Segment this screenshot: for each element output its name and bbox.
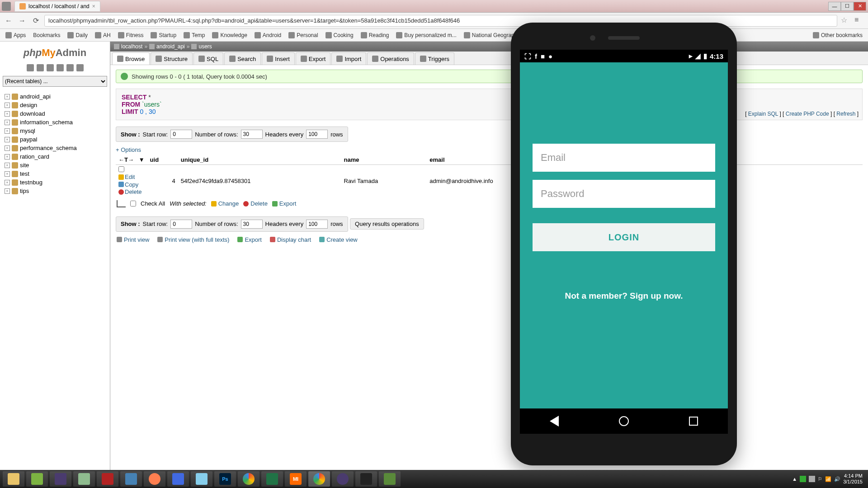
- print-view-link[interactable]: Print view: [117, 236, 149, 243]
- headers-input[interactable]: [306, 220, 328, 229]
- db-item[interactable]: +tips: [3, 187, 107, 195]
- check-all-label[interactable]: Check All: [141, 200, 165, 207]
- bookmark-item[interactable]: Cooking: [323, 31, 356, 39]
- start-row-input[interactable]: [170, 130, 192, 139]
- row-checkbox[interactable]: [118, 166, 124, 172]
- bookmark-item[interactable]: AH: [92, 31, 113, 39]
- task-cmd[interactable]: [355, 471, 377, 487]
- other-bookmarks[interactable]: Other bookmarks: [810, 31, 865, 39]
- menu-icon[interactable]: ≡: [854, 16, 864, 26]
- tray-icon[interactable]: [809, 476, 815, 482]
- forward-button[interactable]: →: [17, 16, 27, 26]
- refresh-link[interactable]: Refresh: [836, 111, 855, 117]
- tab-browse[interactable]: Browse: [112, 52, 150, 65]
- tray-volume-icon[interactable]: 🔊: [834, 476, 840, 482]
- tray-icon[interactable]: [800, 476, 806, 482]
- android-home-button[interactable]: [619, 416, 629, 426]
- db-item[interactable]: +design: [3, 101, 107, 109]
- login-button[interactable]: LOGIN: [533, 223, 715, 251]
- tab-sql[interactable]: SQL: [193, 52, 223, 65]
- tab-structure[interactable]: Structure: [151, 52, 193, 65]
- task-excel[interactable]: [261, 471, 283, 487]
- password-field[interactable]: Password: [533, 180, 715, 208]
- db-item[interactable]: +performance_schema: [3, 144, 107, 152]
- tab-insert[interactable]: Insert: [262, 52, 295, 65]
- reload-icon[interactable]: [76, 64, 84, 71]
- tab-operations[interactable]: Operations: [367, 52, 414, 65]
- bookmark-item[interactable]: Android: [252, 31, 284, 39]
- db-item[interactable]: +paypal: [3, 135, 107, 144]
- task-chrome-active[interactable]: [308, 471, 330, 487]
- db-item[interactable]: +site: [3, 161, 107, 169]
- db-item[interactable]: +ration_card: [3, 152, 107, 161]
- db-item[interactable]: +information_schema: [3, 118, 107, 127]
- task-chrome[interactable]: [238, 471, 259, 487]
- num-rows-input[interactable]: [241, 220, 263, 229]
- tray-clock[interactable]: 4:14 PM 3/1/2015: [843, 473, 865, 485]
- task-explorer[interactable]: [3, 471, 24, 487]
- tray-network-icon[interactable]: 📶: [825, 476, 831, 482]
- task-filezilla[interactable]: [97, 471, 118, 487]
- apps-button[interactable]: Apps: [3, 31, 28, 39]
- db-item[interactable]: +testnbug: [3, 178, 107, 187]
- display-chart-link[interactable]: Display chart: [270, 236, 311, 243]
- email-field[interactable]: Email: [533, 144, 715, 172]
- task-app[interactable]: [120, 471, 142, 487]
- bulk-export[interactable]: Export: [272, 200, 297, 207]
- task-photoshop[interactable]: Ps: [214, 471, 236, 487]
- create-view-link[interactable]: Create view: [319, 236, 358, 243]
- bc-db[interactable]: android_api: [156, 43, 185, 50]
- task-eclipse[interactable]: [50, 471, 71, 487]
- bookmark-item[interactable]: Reading: [358, 31, 392, 39]
- copy-link[interactable]: Copy: [118, 181, 138, 188]
- export-link[interactable]: Export: [237, 236, 262, 243]
- task-android[interactable]: [26, 471, 48, 487]
- bookmark-item[interactable]: Startup: [148, 31, 179, 39]
- browser-tab[interactable]: localhost / localhost / and ×: [14, 1, 100, 12]
- options-toggle[interactable]: + Options: [116, 146, 863, 153]
- create-php-link[interactable]: Create PHP Code: [786, 111, 829, 117]
- task-mi[interactable]: MI: [285, 471, 307, 487]
- bookmark-item[interactable]: Fitness: [115, 31, 146, 39]
- reload-button[interactable]: ⟳: [31, 16, 41, 26]
- tab-export[interactable]: Export: [296, 52, 331, 65]
- tab-search[interactable]: Search: [224, 52, 261, 65]
- tray-arrow-icon[interactable]: ▲: [792, 476, 797, 482]
- db-item[interactable]: +mysql: [3, 127, 107, 135]
- db-item[interactable]: +download: [3, 109, 107, 118]
- settings-icon[interactable]: [66, 64, 74, 71]
- close-button[interactable]: ✕: [854, 2, 866, 11]
- bulk-delete[interactable]: Delete: [243, 200, 268, 207]
- start-row-input[interactable]: [170, 220, 192, 229]
- bookmark-item[interactable]: Buy personalized m...: [393, 31, 459, 39]
- bc-host[interactable]: localhost: [121, 43, 142, 50]
- maximize-button[interactable]: ☐: [841, 2, 854, 11]
- task-eclipse2[interactable]: [332, 471, 354, 487]
- task-firefox[interactable]: [144, 471, 165, 487]
- tab-close-icon[interactable]: ×: [92, 3, 95, 9]
- sql-icon[interactable]: [47, 64, 54, 71]
- back-button[interactable]: ←: [4, 16, 14, 26]
- col-uid[interactable]: uid: [147, 155, 178, 165]
- task-app[interactable]: [191, 471, 212, 487]
- explain-sql-link[interactable]: Explain SQL: [748, 111, 778, 117]
- android-recent-button[interactable]: [689, 417, 698, 426]
- sort-arrows-icon[interactable]: ←T→: [118, 156, 134, 163]
- col-unique-id[interactable]: unique_id: [178, 155, 341, 165]
- bookmark-item[interactable]: Knowledge: [209, 31, 250, 39]
- db-item[interactable]: +android_api: [3, 92, 107, 101]
- num-rows-input[interactable]: [241, 130, 263, 139]
- bookmark-item[interactable]: Temp: [181, 31, 208, 39]
- edit-link[interactable]: Edit: [118, 174, 135, 180]
- col-name[interactable]: name: [341, 155, 427, 165]
- signup-link[interactable]: Not a member? Sign up now.: [533, 291, 715, 301]
- docs-icon[interactable]: [57, 64, 64, 71]
- check-all-checkbox[interactable]: [130, 201, 136, 206]
- print-full-link[interactable]: Print view (with full texts): [157, 236, 229, 243]
- bookmark-item[interactable]: Personal: [286, 31, 321, 39]
- logout-icon[interactable]: [37, 64, 44, 71]
- delete-link[interactable]: Delete: [118, 188, 142, 195]
- db-item[interactable]: +test: [3, 169, 107, 178]
- bc-table[interactable]: users: [198, 43, 212, 50]
- home-icon[interactable]: [27, 64, 34, 71]
